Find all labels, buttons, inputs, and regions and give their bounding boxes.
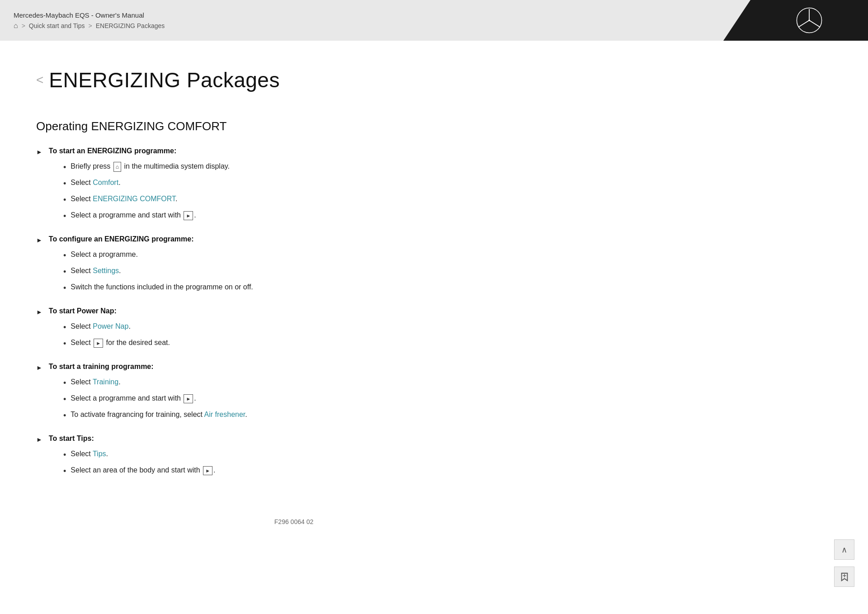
settings-link[interactable]: Settings xyxy=(93,267,119,274)
back-arrow[interactable]: < xyxy=(36,73,43,87)
bullet-list-1: • Briefly press ⌂ in the multimedia syst… xyxy=(63,161,552,222)
bookmark-button[interactable] xyxy=(834,567,854,587)
svg-line-3 xyxy=(809,20,820,27)
list-item: • Select a programme and start with ►. xyxy=(63,393,552,406)
bullet-dot: • xyxy=(63,321,66,334)
chevron-up-icon: ∧ xyxy=(841,545,847,555)
home-icon[interactable]: ⌂ xyxy=(14,22,18,30)
play-button-icon-3: ► xyxy=(184,394,193,404)
home-button-icon: ⌂ xyxy=(113,162,121,172)
footer: F296 0064 02 xyxy=(36,505,552,539)
instruction-header-1: ► To start an ENERGIZING programme: xyxy=(36,147,552,156)
instruction-header-text-5: To start Tips: xyxy=(49,435,94,443)
bullet-list-3: • Select Power Nap. • Select ► for the d… xyxy=(63,321,552,350)
page-title: ENERGIZING Packages xyxy=(49,68,280,92)
bullet-dot: • xyxy=(63,194,66,206)
svg-point-4 xyxy=(808,19,810,21)
logo-area xyxy=(723,0,868,41)
list-item: • Select a programme and start with ►. xyxy=(63,210,552,222)
list-item: • Select ENERGIZING COMFORT. xyxy=(63,194,552,206)
energizing-comfort-link[interactable]: ENERGIZING COMFORT xyxy=(93,195,175,203)
play-button-icon: ► xyxy=(184,211,193,221)
bullet-text: Select Settings. xyxy=(71,265,121,276)
instruction-header-text-1: To start an ENERGIZING programme: xyxy=(49,147,176,155)
instruction-header-2: ► To configure an ENERGIZING programme: xyxy=(36,235,552,244)
breadcrumb-sep-1: > xyxy=(22,22,25,29)
section-title: Operating ENERGIZING COMFORT xyxy=(36,119,552,133)
svg-line-2 xyxy=(798,20,809,27)
breadcrumb-current: ENERGIZING Packages xyxy=(96,22,165,29)
bullet-text: Select Comfort. xyxy=(71,177,120,188)
footer-code: F296 0064 02 xyxy=(274,518,313,525)
bullet-text: Switch the functions included in the pro… xyxy=(71,282,253,293)
instruction-header-text-3: To start Power Nap: xyxy=(49,307,117,315)
bullet-dot: • xyxy=(63,282,66,294)
comfort-link[interactable]: Comfort xyxy=(93,179,118,186)
bullet-dot: • xyxy=(63,161,66,174)
play-button-icon-2: ► xyxy=(94,339,103,348)
arrow-bullet-5: ► xyxy=(36,436,42,443)
bullet-text: Briefly press ⌂ in the multimedia system… xyxy=(71,161,230,172)
instruction-header-4: ► To start a training programme: xyxy=(36,363,552,371)
power-nap-link[interactable]: Power Nap xyxy=(93,322,128,330)
header-left: Mercedes-Maybach EQS - Owner's Manual ⌂ … xyxy=(14,11,165,30)
instruction-block-power-nap: ► To start Power Nap: • Select Power Nap… xyxy=(36,307,552,350)
bullet-text: To activate fragrancing for training, se… xyxy=(71,409,247,420)
list-item: • Select ► for the desired seat. xyxy=(63,337,552,350)
list-item: • Select Tips. xyxy=(63,449,552,461)
list-item: • Select an area of the body and start w… xyxy=(63,465,552,477)
list-item: • Switch the functions included in the p… xyxy=(63,282,552,294)
instruction-block-training: ► To start a training programme: • Selec… xyxy=(36,363,552,422)
manual-title: Mercedes-Maybach EQS - Owner's Manual xyxy=(14,11,165,19)
bullet-dot: • xyxy=(63,465,66,477)
breadcrumb: ⌂ > Quick start and Tips > ENERGIZING Pa… xyxy=(14,22,165,30)
arrow-bullet-1: ► xyxy=(36,148,42,156)
bullet-dot: • xyxy=(63,393,66,406)
arrow-bullet-2: ► xyxy=(36,236,42,244)
list-item: • Select Settings. xyxy=(63,265,552,278)
arrow-bullet-3: ► xyxy=(36,308,42,316)
instruction-block-tips: ► To start Tips: • Select Tips. • Select… xyxy=(36,435,552,477)
bullet-dot: • xyxy=(63,210,66,222)
main-content: < ENERGIZING Packages Operating ENERGIZI… xyxy=(0,41,588,566)
bullet-text: Select Power Nap. xyxy=(71,321,131,332)
bullet-dot: • xyxy=(63,266,66,278)
bullet-text: Select a programme and start with ►. xyxy=(71,210,196,221)
instruction-header-text-4: To start a training programme: xyxy=(49,363,154,371)
instruction-header-text-2: To configure an ENERGIZING programme: xyxy=(49,235,194,243)
air-freshener-link[interactable]: Air freshener xyxy=(204,411,245,418)
bookmark-icon xyxy=(840,572,849,582)
page-title-row: < ENERGIZING Packages xyxy=(36,68,552,92)
instruction-block-start-programme: ► To start an ENERGIZING programme: • Br… xyxy=(36,147,552,222)
list-item: • Briefly press ⌂ in the multimedia syst… xyxy=(63,161,552,174)
list-item: • To activate fragrancing for training, … xyxy=(63,409,552,422)
bullet-list-2: • Select a programme. • Select Settings.… xyxy=(63,249,552,294)
bullet-text: Select an area of the body and start wit… xyxy=(71,465,215,476)
instruction-block-configure: ► To configure an ENERGIZING programme: … xyxy=(36,235,552,294)
bullet-text: Select a programme and start with ►. xyxy=(71,393,196,404)
instruction-header-5: ► To start Tips: xyxy=(36,435,552,443)
header: Mercedes-Maybach EQS - Owner's Manual ⌂ … xyxy=(0,0,868,41)
bullet-dot: • xyxy=(63,410,66,422)
instruction-header-3: ► To start Power Nap: xyxy=(36,307,552,316)
bullet-dot: • xyxy=(63,338,66,350)
bullet-text: Select Tips. xyxy=(71,449,108,459)
list-item: • Select Comfort. xyxy=(63,177,552,190)
mercedes-logo xyxy=(796,7,823,34)
scroll-up-button[interactable]: ∧ xyxy=(834,539,854,560)
bullet-dot: • xyxy=(63,377,66,389)
bullet-dot: • xyxy=(63,178,66,190)
bullet-text: Select a programme. xyxy=(71,249,138,260)
training-link[interactable]: Training xyxy=(93,378,118,386)
bullet-dot: • xyxy=(63,250,66,262)
bullet-text: Select ENERGIZING COMFORT. xyxy=(71,194,177,204)
bullet-list-5: • Select Tips. • Select an area of the b… xyxy=(63,449,552,477)
bullet-text: Select ► for the desired seat. xyxy=(71,337,170,348)
list-item: • Select Power Nap. xyxy=(63,321,552,334)
breadcrumb-link-1[interactable]: Quick start and Tips xyxy=(29,22,85,29)
bullet-list-4: • Select Training. • Select a programme … xyxy=(63,377,552,422)
bullet-dot: • xyxy=(63,449,66,461)
play-button-icon-4: ► xyxy=(203,466,212,476)
tips-link[interactable]: Tips xyxy=(93,450,106,458)
breadcrumb-sep-2: > xyxy=(89,22,92,29)
